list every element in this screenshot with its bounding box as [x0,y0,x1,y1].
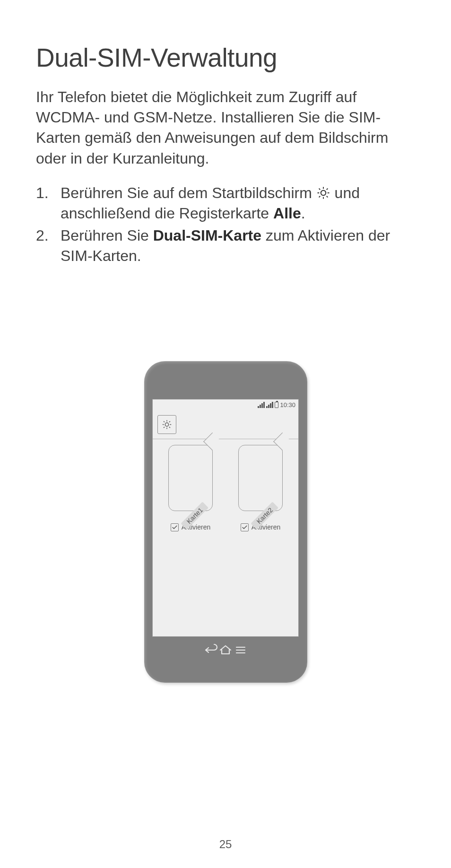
sim-column-2: Karte2 Aktivieren [230,445,291,636]
sim-card-2[interactable]: Karte2 [238,445,283,511]
sim-card-1[interactable]: Karte1 [168,445,213,511]
step-1-text-c: . [301,205,305,222]
back-icon[interactable] [203,642,218,660]
settings-button[interactable] [157,415,176,434]
phone-illustration: 10:30 Karte1 [144,361,307,683]
gear-icon [316,185,330,199]
signal-icon [258,402,265,408]
checkbox-icon[interactable] [171,523,179,531]
status-bar: 10:30 [153,399,298,411]
steps-list: Berühren Sie auf dem Startbildschirm und… [36,183,415,267]
nav-bar [203,637,248,665]
phone-screen: 10:30 Karte1 [152,399,299,637]
page-number: 25 [0,838,451,851]
checkbox-icon[interactable] [241,523,249,531]
battery-icon [275,402,278,408]
gear-icon [162,419,172,430]
signal-icon [266,402,273,408]
sim-area: Karte1 Aktivieren Karte2 [153,439,298,636]
app-bar [153,411,298,439]
status-time: 10:30 [280,401,295,408]
page-title: Dual-SIM-Verwaltung [36,43,415,73]
svg-point-0 [321,191,326,196]
menu-icon[interactable] [233,642,248,660]
home-icon[interactable] [218,642,233,660]
step-1: Berühren Sie auf dem Startbildschirm und… [36,183,415,224]
svg-point-1 [165,423,168,426]
sim-column-1: Karte1 Aktivieren [160,445,221,636]
step-2: Berühren Sie Dual-SIM-Karte zum Aktivier… [36,226,415,266]
step-2-text-a: Berühren Sie [61,227,153,244]
step-1-bold: Alle [273,205,301,222]
intro-paragraph: Ihr Telefon bietet die Möglichkeit zum Z… [36,87,415,169]
step-1-text-a: Berühren Sie auf dem Startbildschirm [61,184,316,201]
step-2-bold: Dual-SIM-Karte [153,227,261,244]
